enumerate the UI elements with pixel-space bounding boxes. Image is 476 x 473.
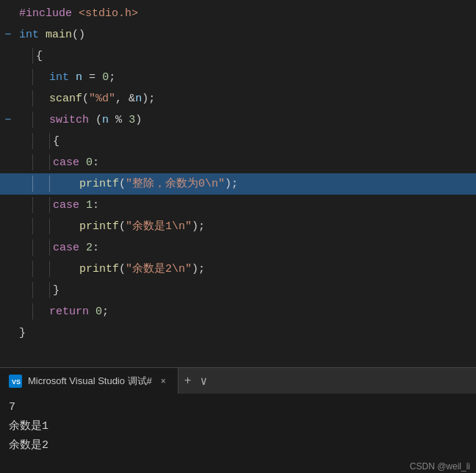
code-line-5: scanf("%d", &n); — [0, 88, 476, 109]
terminal-footer: CSDN @weil_li — [0, 460, 476, 473]
gutter-2: − — [0, 24, 16, 46]
output-line-2: 余数是1 — [9, 417, 467, 436]
code-content-7: { — [16, 131, 476, 152]
code-line-7: { — [0, 131, 476, 152]
terminal-tab-label: Microsoft Visual Studio 调试# — [28, 375, 152, 388]
code-line-3: { — [0, 46, 476, 67]
svg-text:VS: VS — [12, 378, 21, 386]
terminal-output: 7 余数是1 余数是2 — [0, 394, 476, 460]
code-content-15: return 0; — [16, 301, 476, 322]
code-line-2: − int main() — [0, 24, 476, 46]
code-line-6: − switch (n % 3) — [0, 109, 476, 131]
dropdown-button[interactable]: ∨ — [200, 374, 207, 389]
code-content-5: scanf("%d", &n); — [16, 88, 476, 109]
terminal-tab[interactable]: VS Microsoft Visual Studio 调试# × — [0, 368, 178, 394]
code-content-3: { — [16, 46, 476, 67]
gutter-6: − — [0, 109, 16, 131]
code-content-12: case 2: — [16, 237, 476, 259]
code-content-6: switch (n % 3) — [16, 109, 476, 131]
code-line-9: printf("整除，余数为0\n"); — [0, 173, 476, 195]
code-content-2: int main() — [16, 24, 476, 46]
code-content-14: } — [16, 280, 476, 301]
code-content-1: #include <stdio.h> — [16, 3, 476, 24]
add-tab-button[interactable]: + — [184, 375, 192, 388]
code-line-1: #include <stdio.h> — [0, 3, 476, 24]
code-content-4: int n = 0; — [16, 67, 476, 88]
code-line-16: } — [0, 322, 476, 344]
code-content-13: printf("余数是2\n"); — [16, 259, 476, 280]
terminal: VS Microsoft Visual Studio 调试# × + ∨ 7 余… — [0, 367, 476, 473]
output-line-1: 7 — [9, 398, 467, 417]
code-line-10: case 1: — [0, 195, 476, 216]
code-line-15: return 0; — [0, 301, 476, 322]
code-line-8: case 0: — [0, 152, 476, 173]
output-line-3: 余数是2 — [9, 436, 467, 455]
code-content-16: } — [16, 322, 476, 344]
footer-text: CSDN @weil_li — [410, 461, 470, 472]
tab-actions: + ∨ — [178, 374, 213, 389]
vs-icon: VS — [9, 375, 22, 388]
code-content-10: case 1: — [16, 195, 476, 216]
code-editor: #include <stdio.h> − int main() { int n … — [0, 0, 476, 367]
code-line-12: case 2: — [0, 237, 476, 259]
code-line-13: printf("余数是2\n"); — [0, 259, 476, 280]
terminal-tab-bar: VS Microsoft Visual Studio 调试# × + ∨ — [0, 367, 476, 394]
terminal-tab-close[interactable]: × — [158, 375, 169, 388]
code-line-14: } — [0, 280, 476, 301]
code-content-8: case 0: — [16, 152, 476, 173]
code-line-11: printf("余数是1\n"); — [0, 216, 476, 237]
code-content-9: printf("整除，余数为0\n"); — [16, 173, 476, 195]
code-line-4: int n = 0; — [0, 67, 476, 88]
code-content-11: printf("余数是1\n"); — [16, 216, 476, 237]
